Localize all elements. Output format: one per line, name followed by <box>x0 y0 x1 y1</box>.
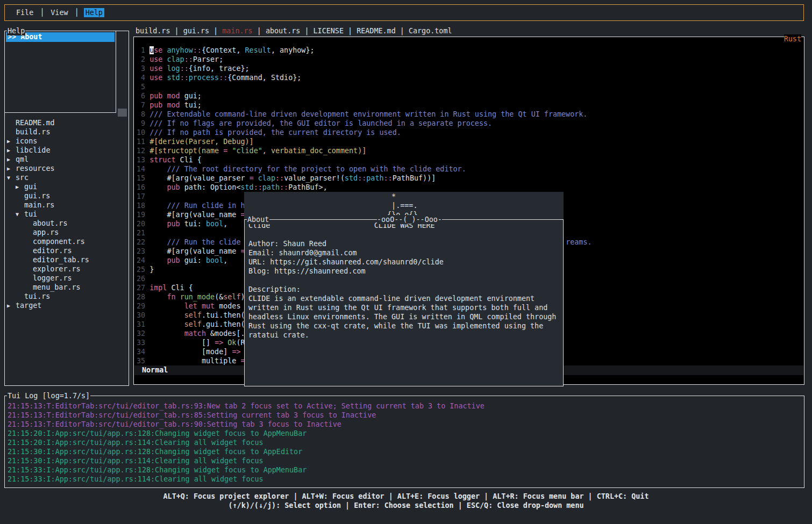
tree-item-logger.rs[interactable]: logger.rs <box>7 274 127 283</box>
tree-item-qml[interactable]: ▶qml <box>7 155 127 164</box>
tree-item-icons[interactable]: ▶icons <box>7 137 127 146</box>
tab-separator: | <box>170 27 183 35</box>
tree-item-label: resources <box>16 164 55 173</box>
tree-item-label: src <box>16 173 29 182</box>
tree-item-label: gui.rs <box>24 191 50 200</box>
code-line-8[interactable]: 8 /// Extendable command-line driven dev… <box>137 110 803 119</box>
tree-item-editor.rs[interactable]: editor.rs <box>7 246 127 255</box>
tree-item-label: README.md <box>16 118 55 127</box>
code-line-1[interactable]: 1 use anyhow::{Context, Result, anyhow}; <box>137 46 803 55</box>
tree-item-explorer.rs[interactable]: explorer.rs <box>7 264 127 274</box>
footer-help-line1: ALT+Q: Focus project explorer | ALT+W: F… <box>0 492 812 501</box>
code-line-12[interactable]: 12 #[structopt(name = "clide", verbatim_… <box>137 146 803 155</box>
code-line-2[interactable]: 2 use clap::Parser; <box>137 55 803 64</box>
code-line-14[interactable]: 14 /// The root directory for the projec… <box>137 164 803 174</box>
line-number: 34 <box>137 348 149 356</box>
tree-item-label: menu_bar.rs <box>33 283 81 292</box>
log-entry: 21:15:13:T:EditorTab:src/tui/editor_tab.… <box>8 420 803 429</box>
line-number: 35 <box>137 357 149 365</box>
line-number: 27 <box>137 284 149 292</box>
tree-item-label: app.rs <box>33 228 59 237</box>
code-line-3[interactable]: 3 use log::{info, trace}; <box>137 64 803 73</box>
tree-item-build.rs[interactable]: build.rs <box>7 127 127 137</box>
tree-item-resources[interactable]: ▶resources <box>7 164 127 173</box>
tab-build.rs[interactable]: build.rs <box>136 27 170 35</box>
tree-item-gui[interactable]: ▶gui <box>7 182 127 191</box>
tab-LICENSE[interactable]: LICENSE <box>314 27 344 35</box>
line-number: 17 <box>137 192 149 200</box>
code-line-16[interactable]: 16 pub path: Option<std::path::PathBuf>, <box>137 183 803 192</box>
tree-item-README.md[interactable]: README.md <box>7 118 127 127</box>
log-entry: 21:15:20:I:App:src/tui/app.rs:114:Cleari… <box>8 438 803 447</box>
chevron-right-icon[interactable]: ▶ <box>7 164 16 173</box>
chevron-right-icon[interactable]: ▶ <box>7 146 16 155</box>
tree-item-label: libclide <box>16 146 51 155</box>
code-line-9[interactable]: 9 /// If no flags are provided, the GUI … <box>137 119 803 128</box>
chevron-right-icon[interactable]: ▶ <box>7 137 16 146</box>
menu-separator: │ <box>40 8 44 17</box>
code-line-13[interactable]: 13 struct Cli { <box>137 155 803 164</box>
log-entry: 21:15:20:I:App:src/tui/app.rs:128:Changi… <box>8 429 803 438</box>
tree-item-tui.rs[interactable]: tui.rs <box>7 292 127 301</box>
tab-gui.rs[interactable]: gui.rs <box>183 27 209 35</box>
tree-item-menu_bar.rs[interactable]: menu_bar.rs <box>7 283 127 292</box>
menu-item-help[interactable]: Help <box>84 8 104 17</box>
footer-help-line2: (↑/k)/(↓/j): Select option | Enter: Choo… <box>0 501 812 510</box>
line-number: 26 <box>137 275 149 283</box>
chevron-down-icon[interactable]: ▼ <box>7 173 16 182</box>
tui-log-title: Tui Log [log=1.7/s] <box>7 391 90 400</box>
tab-separator: | <box>300 27 313 35</box>
line-number: 12 <box>137 147 149 155</box>
tree-item-gui.rs[interactable]: gui.rs <box>7 191 127 200</box>
line-number: 2 <box>137 55 149 63</box>
tab-about.rs[interactable]: about.rs <box>266 27 301 35</box>
code-line-10[interactable]: 10 /// If no path is provided, the curre… <box>137 128 803 137</box>
chevron-down-icon[interactable]: ▼ <box>16 210 24 219</box>
tree-item-label: target <box>16 301 41 310</box>
tab-separator: | <box>344 27 357 35</box>
code-line-11[interactable]: 11 #[derive(Parser, Debug)] <box>137 137 803 146</box>
footer-help: ALT+Q: Focus project explorer | ALT+W: F… <box>0 492 812 510</box>
about-popup: * |.===. {}o o{} About -ooO--(_)--Ooo- C… <box>244 192 564 386</box>
line-number: 10 <box>137 128 149 137</box>
code-line-6[interactable]: 6 pub mod gui; <box>137 91 803 101</box>
explorer-scrollbar-thumb[interactable] <box>118 109 127 117</box>
menu-item-file[interactable]: File <box>15 8 35 17</box>
menu-item-view[interactable]: View <box>49 8 69 17</box>
code-line-5[interactable]: 5 <box>137 82 803 91</box>
tab-main.rs[interactable]: main.rs <box>222 27 252 35</box>
chevron-right-icon[interactable]: ▶ <box>16 182 24 191</box>
tree-item-label: tui <box>24 210 37 219</box>
tree-item-libclide[interactable]: ▶libclide <box>7 146 127 155</box>
tree-item-tui[interactable]: ▼tui <box>7 210 127 219</box>
tui-log-panel[interactable]: Tui Log [log=1.7/s] 21:15:13:T:EditorTab… <box>4 396 804 488</box>
chevron-right-icon[interactable]: ▶ <box>7 301 16 310</box>
tree-item-app.rs[interactable]: app.rs <box>7 228 127 237</box>
app-root: File│View│Help build.rs | gui.rs | main.… <box>0 0 812 524</box>
menu-separator: │ <box>75 8 79 17</box>
tree-item-target[interactable]: ▶target <box>7 301 127 310</box>
chevron-right-icon[interactable]: ▶ <box>7 155 16 164</box>
code-line-4[interactable]: 4 use std::process::{Command, Stdio}; <box>137 73 803 82</box>
tree-item-editor_tab.rs[interactable]: editor_tab.rs <box>7 255 127 264</box>
tab-separator: | <box>209 27 222 35</box>
line-number: 13 <box>137 156 149 164</box>
log-entry: 21:15:13:T:EditorTab:src/tui/editor_tab.… <box>8 411 803 420</box>
file-tree: README.mdbuild.rs▶icons▶libclide▶qml▶res… <box>7 118 127 310</box>
code-line-15[interactable]: 15 #[arg(value_parser = clap::value_pars… <box>137 174 803 183</box>
tab-Cargo.toml[interactable]: Cargo.toml <box>409 27 452 35</box>
tree-item-src[interactable]: ▼src <box>7 173 127 182</box>
tab-README.md[interactable]: README.md <box>357 27 396 35</box>
line-number: 19 <box>137 211 149 219</box>
line-number: 18 <box>137 202 149 210</box>
tree-item-main.rs[interactable]: main.rs <box>7 200 127 210</box>
line-number: 21 <box>137 229 149 237</box>
log-entry: 21:15:33:I:App:src/tui/app.rs:128:Changi… <box>8 465 803 475</box>
line-number: 11 <box>137 138 149 146</box>
tree-item-label: icons <box>16 137 37 146</box>
tree-item-component.rs[interactable]: component.rs <box>7 237 127 246</box>
line-number: 5 <box>137 83 149 91</box>
line-number: 6 <box>137 92 149 100</box>
code-line-7[interactable]: 7 pub mod tui; <box>137 101 803 110</box>
tree-item-about.rs[interactable]: about.rs <box>7 219 127 228</box>
